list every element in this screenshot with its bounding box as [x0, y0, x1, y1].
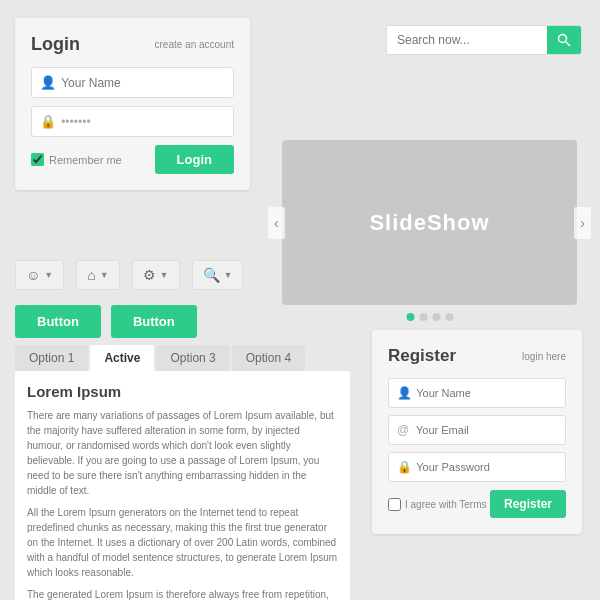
register-email-input[interactable] [416, 424, 557, 436]
tabs-section: Option 1 Active Option 3 Option 4 Lorem … [15, 345, 350, 600]
login-name-field: 👤 [31, 67, 234, 98]
login-name-input[interactable] [61, 76, 225, 90]
user-dropdown-arrow: ▼ [44, 270, 53, 280]
login-title: Login [31, 34, 80, 55]
dot-4 [445, 313, 453, 321]
tab-content: Lorem Ipsum There are many variations of… [15, 371, 350, 600]
login-card: Login create an account 👤 🔒 Remember me … [15, 18, 250, 190]
dot-2 [419, 313, 427, 321]
toolbar-search[interactable]: 🔍 ▼ [192, 260, 244, 290]
svg-point-0 [559, 35, 567, 43]
tab-content-p1: There are many variations of passages of… [27, 408, 338, 498]
search-input[interactable] [387, 26, 547, 54]
search-bar [386, 25, 582, 55]
slideshow-label: SlideShow [369, 210, 489, 236]
tab-option4[interactable]: Option 4 [232, 345, 305, 371]
tab-active[interactable]: Active [90, 345, 154, 371]
search-icon [557, 33, 571, 47]
remember-label[interactable]: Remember me [31, 153, 122, 166]
slide-next-button[interactable]: › [574, 207, 591, 239]
user-toolbar-icon: ☺ [26, 267, 40, 283]
login-button[interactable]: Login [155, 145, 234, 174]
tab-content-p3: The generated Lorem Ipsum is therefore a… [27, 587, 338, 600]
toolbar: ☺ ▼ ⌂ ▼ ⚙ ▼ 🔍 ▼ [15, 260, 243, 290]
slideshow: SlideShow ‹ › [282, 140, 577, 305]
login-password-input[interactable] [61, 115, 225, 129]
register-bottom: I agree with Terms Register [388, 490, 566, 518]
toolbar-user[interactable]: ☺ ▼ [15, 260, 64, 290]
register-name-field: 👤 [388, 378, 566, 408]
dot-3 [432, 313, 440, 321]
toolbar-settings[interactable]: ⚙ ▼ [132, 260, 180, 290]
register-button[interactable]: Register [490, 490, 566, 518]
button-1[interactable]: Button [15, 305, 101, 338]
search-toolbar-icon: 🔍 [203, 267, 220, 283]
tab-content-p2: All the Lorem Ipsum generators on the In… [27, 505, 338, 580]
search-button[interactable] [547, 26, 581, 54]
login-here-link[interactable]: login here [522, 351, 566, 362]
button-2[interactable]: Button [111, 305, 197, 338]
lock-icon: 🔒 [40, 114, 54, 129]
tab-option1[interactable]: Option 1 [15, 345, 88, 371]
register-password-input[interactable] [416, 461, 557, 473]
home-toolbar-icon: ⌂ [87, 267, 95, 283]
home-dropdown-arrow: ▼ [100, 270, 109, 280]
dot-1 [406, 313, 414, 321]
remember-checkbox[interactable] [31, 153, 44, 166]
buttons-row: Button Button [15, 305, 197, 338]
register-password-field: 🔒 [388, 452, 566, 482]
tab-content-title: Lorem Ipsum [27, 383, 338, 400]
search-dropdown-arrow: ▼ [224, 270, 233, 280]
register-header: Register login here [388, 346, 566, 366]
user-icon: 👤 [40, 75, 54, 90]
svg-line-1 [566, 42, 570, 46]
tab-option3[interactable]: Option 3 [156, 345, 229, 371]
toolbar-home[interactable]: ⌂ ▼ [76, 260, 119, 290]
register-email-field: @ [388, 415, 566, 445]
settings-dropdown-arrow: ▼ [160, 270, 169, 280]
slideshow-wrapper: SlideShow ‹ › [285, 70, 595, 255]
tabs-row: Option 1 Active Option 3 Option 4 [15, 345, 350, 371]
reg-lock-icon: 🔒 [397, 460, 410, 474]
gear-toolbar-icon: ⚙ [143, 267, 156, 283]
register-name-input[interactable] [416, 387, 557, 399]
register-card: Register login here 👤 @ 🔒 I agree with T… [372, 330, 582, 534]
register-title: Register [388, 346, 456, 366]
create-account-link[interactable]: create an account [155, 39, 235, 50]
login-password-field: 🔒 [31, 106, 234, 137]
slideshow-dots [406, 313, 453, 321]
reg-email-icon: @ [397, 423, 410, 437]
reg-user-icon: 👤 [397, 386, 410, 400]
agree-label[interactable]: I agree with Terms [388, 498, 487, 511]
remember-row: Remember me Login [31, 145, 234, 174]
login-header: Login create an account [31, 34, 234, 55]
slide-prev-button[interactable]: ‹ [268, 207, 285, 239]
agree-checkbox[interactable] [388, 498, 401, 511]
